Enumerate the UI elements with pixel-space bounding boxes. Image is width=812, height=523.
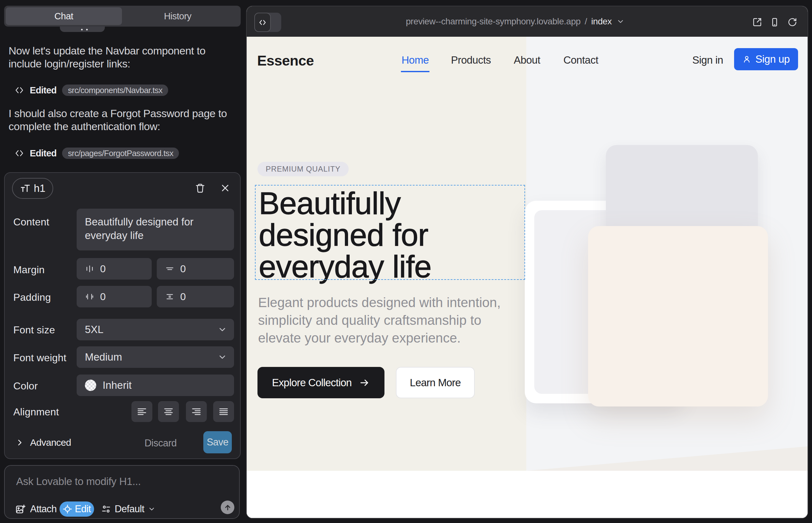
color-swatch-checkerboard [85, 380, 96, 391]
browser-toolbar: preview--charming-site-symphony.lovable.… [247, 6, 808, 37]
nav-link-products[interactable]: Products [451, 54, 491, 66]
padding-y-value: 0 [180, 291, 186, 303]
truncated-chip [60, 26, 105, 32]
chevron-down-icon [217, 353, 227, 362]
code-icon [15, 86, 24, 95]
arrow-right-icon [359, 377, 370, 388]
code-icon [254, 13, 271, 32]
font-size-value: 5XL [85, 324, 104, 336]
paragraph-line: Elegant products designed with intention… [258, 294, 501, 311]
edited-file-row: Edited src/pages/ForgotPassword.tsx [15, 147, 179, 159]
margin-x-input[interactable]: 0 [77, 258, 152, 279]
type-icon [20, 183, 31, 194]
chip-dot [86, 29, 88, 30]
message-line: I should also create a Forgot Password p… [8, 107, 241, 120]
margin-x-icon [85, 264, 94, 273]
chevron-down-icon [617, 17, 625, 26]
advanced-label: Advanced [30, 437, 71, 448]
chat-message: I should also create a Forgot Password p… [8, 107, 241, 133]
element-editor-panel: h1 Content Beautifully designed for ever… [4, 172, 241, 459]
mode-label: Default [114, 503, 144, 515]
align-justify-button[interactable] [213, 401, 234, 422]
explore-label: Explore Collection [272, 377, 352, 389]
align-center-button[interactable] [158, 401, 179, 422]
chat-mode-select[interactable]: Default [101, 502, 156, 517]
chip-dot [81, 29, 83, 30]
file-chip[interactable]: src/pages/ForgotPassword.tsx [62, 147, 179, 159]
nav-active-underline [401, 71, 429, 72]
open-external-button[interactable] [753, 17, 762, 27]
chat-composer: Ask Lovable to modify H1... Attach Edit … [4, 465, 240, 519]
attach-button[interactable]: Attach [15, 502, 57, 517]
margin-y-value: 0 [180, 263, 186, 275]
edit-mode-button[interactable]: Edit [59, 502, 94, 517]
file-chip[interactable]: src/components/Navbar.tsx [62, 85, 168, 96]
app-root: Chat History Now let's update the Navbar… [0, 0, 812, 523]
discard-button[interactable]: Discard [143, 435, 178, 451]
paragraph-line: elevate your everyday experience. [258, 329, 501, 347]
tab-chat[interactable]: Chat [4, 6, 124, 26]
url-bar[interactable]: preview--charming-site-symphony.lovable.… [406, 6, 624, 37]
padding-y-icon [165, 292, 175, 301]
padding-y-input[interactable]: 0 [157, 286, 234, 307]
advanced-toggle[interactable]: Advanced [16, 437, 71, 448]
element-tag-pill[interactable]: h1 [12, 178, 53, 199]
field-label-padding: Padding [13, 292, 51, 303]
hero-shape-cream [588, 226, 768, 407]
element-tag-name: h1 [34, 182, 46, 194]
edited-file-row: Edited src/components/Navbar.tsx [15, 85, 168, 96]
field-label-font-size: Font size [13, 324, 55, 336]
font-weight-select[interactable]: Medium [77, 346, 234, 368]
chevron-down-icon [148, 505, 156, 513]
site-logo[interactable]: Essence [257, 53, 314, 69]
explore-collection-button[interactable]: Explore Collection [258, 367, 385, 398]
learn-more-button[interactable]: Learn More [396, 367, 475, 398]
field-label-margin: Margin [13, 264, 45, 276]
align-right-button[interactable] [186, 401, 207, 422]
save-button[interactable]: Save [203, 431, 232, 453]
font-weight-value: Medium [85, 351, 122, 363]
paragraph-line: simplicity and quality craftsmanship to [258, 311, 501, 329]
field-label-alignment: Alignment [13, 406, 59, 418]
signin-link[interactable]: Sign in [692, 54, 723, 66]
mobile-view-button[interactable] [770, 17, 779, 27]
font-size-select[interactable]: 5XL [77, 319, 234, 340]
content-input[interactable]: Beautifully designed for everyday life [77, 209, 234, 250]
close-icon[interactable] [220, 183, 230, 193]
padding-x-input[interactable]: 0 [77, 286, 152, 307]
user-icon [742, 55, 751, 64]
delete-element-button[interactable] [195, 183, 205, 193]
edited-label: Edited [30, 85, 56, 96]
margin-y-icon [165, 264, 175, 273]
chevron-right-icon [16, 438, 24, 447]
padding-x-value: 0 [100, 291, 106, 303]
color-select[interactable]: Inherit [77, 375, 234, 396]
sliders-icon [101, 504, 111, 514]
chat-message: Now let's update the Navbar component to… [8, 44, 241, 70]
margin-y-input[interactable]: 0 [157, 258, 234, 279]
align-left-button[interactable] [131, 401, 152, 422]
url-separator: / [585, 16, 587, 26]
code-view-toggle[interactable] [254, 13, 281, 32]
chat-history-tabs: Chat History [4, 6, 241, 26]
send-button[interactable] [221, 501, 234, 514]
signup-button[interactable]: Sign up [734, 48, 798, 70]
selection-outline [255, 185, 525, 280]
padding-x-icon [85, 292, 94, 301]
field-label-content: Content [13, 216, 49, 228]
field-label-color: Color [13, 380, 38, 392]
attach-image-icon [15, 504, 25, 514]
crosshair-icon [63, 504, 72, 514]
field-label-font-weight: Font weight [13, 352, 67, 364]
message-line: Now let's update the Navbar component to [8, 44, 241, 57]
message-line: include login/register links: [8, 57, 241, 70]
hero-wedge-decoration [526, 442, 808, 471]
margin-x-value: 0 [100, 263, 106, 275]
tab-history[interactable]: History [119, 6, 236, 26]
nav-link-home[interactable]: Home [402, 54, 429, 66]
composer-toolbar: Attach Edit Default [5, 466, 239, 518]
refresh-button[interactable] [788, 17, 797, 27]
nav-link-about[interactable]: About [514, 54, 540, 66]
nav-link-contact[interactable]: Contact [563, 54, 598, 66]
url-page: index [591, 16, 612, 26]
